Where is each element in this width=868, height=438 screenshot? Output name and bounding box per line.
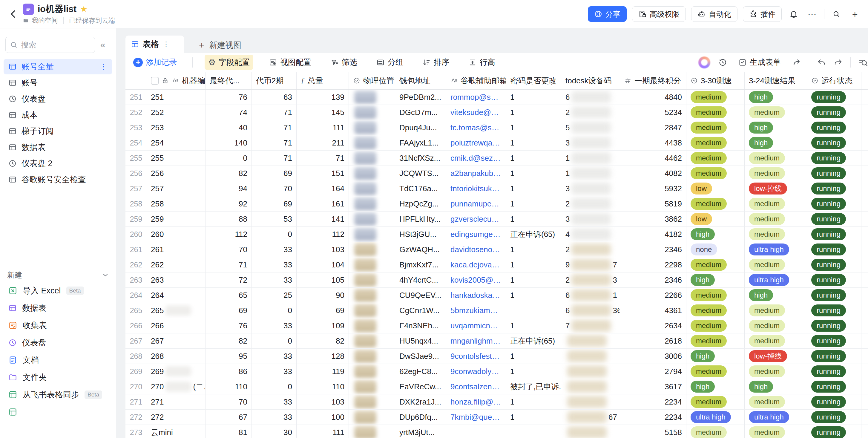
- cell-email[interactable]: mnganlighmas...: [446, 334, 506, 348]
- cell-password-changed[interactable]: 1: [506, 212, 561, 226]
- new-view-button[interactable]: ＋ 新建视图: [197, 39, 241, 51]
- sidebar-item-3[interactable]: 仪表盘: [4, 91, 112, 107]
- cell-total[interactable]: 109: [297, 318, 349, 333]
- cell-total[interactable]: 103: [297, 242, 349, 257]
- cell-password-changed[interactable]: 1: [506, 135, 561, 150]
- cell-run-status[interactable]: running: [807, 90, 861, 104]
- cell-total[interactable]: 100: [297, 410, 349, 425]
- cell-speed-324[interactable]: medium: [745, 303, 807, 318]
- cell-wallet[interactable]: DGcD7m...: [395, 105, 446, 120]
- cell-machine-id[interactable]: 252: [147, 105, 206, 120]
- cell-run-status[interactable]: running: [807, 273, 861, 287]
- cell-password-changed[interactable]: 1: [506, 288, 561, 303]
- cell-total[interactable]: 103: [297, 395, 349, 409]
- cell-email[interactable]: tntoriokitsukag...: [446, 181, 506, 196]
- cell-email[interactable]: [446, 425, 506, 438]
- back-icon[interactable]: [8, 9, 19, 19]
- cell-speed-324[interactable]: ultra high: [745, 273, 807, 287]
- cell-speed-324[interactable]: medium: [745, 395, 807, 409]
- cell-location[interactable]: [349, 349, 395, 364]
- row-number[interactable]: 273: [125, 425, 147, 438]
- cell-speed-330[interactable]: medium: [686, 90, 745, 104]
- cell-run-status[interactable]: running: [807, 288, 861, 303]
- generate-form-button[interactable]: 生成表单: [735, 55, 784, 70]
- cell-speed-330[interactable]: medium: [686, 318, 745, 333]
- cell-final-tokens[interactable]: 81: [206, 425, 252, 438]
- row-number[interactable]: 258: [125, 196, 147, 211]
- cell-speed-324[interactable]: low-掉线: [745, 349, 807, 364]
- cell-speed-330[interactable]: medium: [686, 120, 745, 135]
- cell-total[interactable]: 104: [297, 257, 349, 272]
- cell-total[interactable]: 69: [297, 303, 349, 318]
- cell-final-tokens[interactable]: 76: [206, 90, 252, 104]
- cell-password-changed[interactable]: 1: [506, 242, 561, 257]
- cell-speed-330[interactable]: medium: [686, 257, 745, 272]
- cell-speed-330[interactable]: medium: [686, 303, 745, 318]
- cell-tokens-phase2[interactable]: 69: [252, 166, 297, 181]
- cell-total[interactable]: 112: [297, 227, 349, 242]
- cell-run-status[interactable]: running: [807, 105, 861, 120]
- cell-speed-330[interactable]: high: [686, 273, 745, 287]
- cell-tokens-phase2[interactable]: 0: [252, 379, 297, 394]
- cell-location[interactable]: [349, 120, 395, 135]
- cell-final-tokens[interactable]: 94: [206, 181, 252, 196]
- cell-score[interactable]: 2346: [620, 242, 686, 257]
- cell-score[interactable]: 2346: [620, 273, 686, 287]
- cell-password-changed[interactable]: 1: [506, 151, 561, 165]
- row-number[interactable]: 267: [125, 334, 147, 348]
- cell-speed-324[interactable]: medium: [745, 212, 807, 226]
- cell-score[interactable]: 5932: [620, 181, 686, 196]
- cell-tokens-phase2[interactable]: 33: [252, 410, 297, 425]
- cell-location[interactable]: [349, 334, 395, 348]
- add-new-icon[interactable]: ＋: [848, 7, 861, 21]
- cell-wallet[interactable]: 31NcfXSz...: [395, 151, 446, 165]
- cell-todesk[interactable]: 636: [561, 303, 620, 318]
- cell-tokens-phase2[interactable]: 33: [252, 318, 297, 333]
- cell-wallet[interactable]: HzpQcZg...: [395, 196, 446, 211]
- cell-total[interactable]: 139: [297, 90, 349, 104]
- row-height-button[interactable]: 行高: [465, 55, 499, 70]
- cell-tokens-phase2[interactable]: 71: [252, 120, 297, 135]
- row-number[interactable]: 259: [125, 212, 147, 226]
- row-number[interactable]: 270: [125, 379, 147, 394]
- cell-score[interactable]: 4361: [620, 303, 686, 318]
- cell-email[interactable]: poiuztrewqasy...: [446, 135, 506, 150]
- new-item-6[interactable]: 文件夹: [4, 369, 112, 386]
- cell-score[interactable]: 3862: [620, 212, 686, 226]
- cell-machine-id[interactable]: 258: [147, 196, 206, 211]
- cell-tokens-phase2[interactable]: 33: [252, 395, 297, 409]
- view-config-button[interactable]: 视图配置: [265, 55, 315, 70]
- new-item-7[interactable]: 从飞书表格同步Beta: [4, 386, 112, 403]
- row-number[interactable]: 253: [125, 120, 147, 135]
- cell-tokens-phase2[interactable]: 0: [252, 227, 297, 242]
- cell-email[interactable]: tc.tomas@sez...: [446, 120, 506, 135]
- cell-password-changed[interactable]: 1: [506, 349, 561, 364]
- cell-run-status[interactable]: running: [807, 181, 861, 196]
- cell-todesk[interactable]: 7: [561, 318, 620, 333]
- cell-total[interactable]: 119: [297, 364, 349, 379]
- cell-location[interactable]: [349, 303, 395, 318]
- cell-speed-324[interactable]: high: [745, 288, 807, 303]
- cell-location[interactable]: [349, 257, 395, 272]
- cell-run-status[interactable]: running: [807, 212, 861, 226]
- cell-speed-324[interactable]: high: [745, 90, 807, 104]
- cell-email[interactable]: kovis2005@vol...: [446, 273, 506, 287]
- sidebar-item-8[interactable]: 谷歌账号安全检查: [4, 172, 112, 187]
- row-number[interactable]: 272: [125, 410, 147, 425]
- cell-password-changed[interactable]: 1: [506, 166, 561, 181]
- cell-location[interactable]: [349, 151, 395, 165]
- new-item-8[interactable]: [4, 404, 112, 420]
- cell-password-changed[interactable]: 正在申诉(65): [506, 227, 561, 242]
- cell-wallet[interactable]: yrtM3jUt...: [395, 425, 446, 438]
- cell-location[interactable]: [349, 273, 395, 287]
- cell-total[interactable]: 161: [297, 196, 349, 211]
- cell-todesk[interactable]: 1: [561, 166, 620, 181]
- cell-password-changed[interactable]: 1: [506, 105, 561, 120]
- cell-final-tokens[interactable]: 70: [206, 395, 252, 409]
- cell-location[interactable]: [349, 318, 395, 333]
- cell-wallet[interactable]: CgCnr1W...: [395, 303, 446, 318]
- cell-todesk[interactable]: [561, 364, 620, 379]
- cell-machine-id[interactable]: 272: [147, 410, 206, 425]
- cell-total[interactable]: 128: [297, 349, 349, 364]
- cell-run-status[interactable]: running: [807, 364, 861, 379]
